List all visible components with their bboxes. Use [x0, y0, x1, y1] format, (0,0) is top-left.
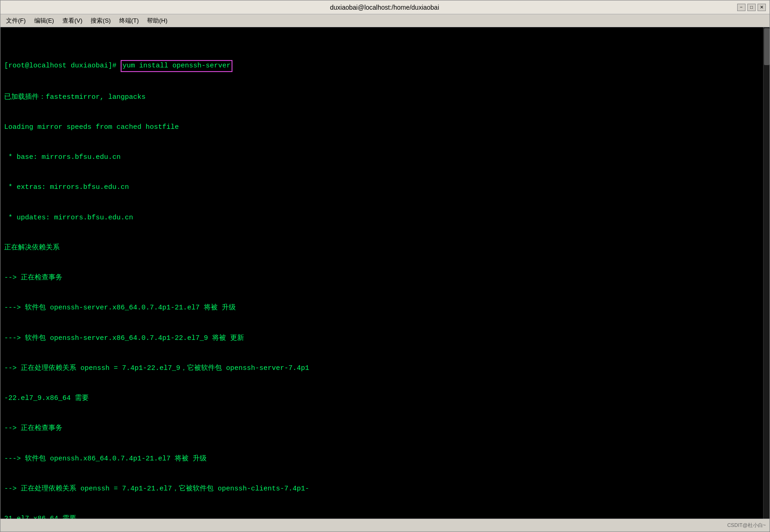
maximize-button[interactable]: □	[747, 4, 756, 11]
output-line-8: ---> 软件包 openssh-server.x86_64.0.7.4p1-2…	[4, 303, 766, 313]
scrollbar[interactable]	[763, 27, 770, 519]
output-line-5: * updates: mirrors.bfsu.edu.cn	[4, 213, 766, 223]
output-line-3: * base: mirrors.bfsu.edu.cn	[4, 152, 766, 163]
output-line-9: ---> 软件包 openssh-server.x86_64.0.7.4p1-2…	[4, 333, 766, 344]
title-bar: duxiaobai@localhost:/home/duxiaobai − □ …	[0, 0, 770, 14]
menu-help[interactable]: 帮助(H)	[143, 16, 171, 26]
watermark-text: CSDIT@杜小白~	[727, 522, 766, 529]
scrollbar-thumb[interactable]	[764, 28, 770, 65]
terminal-window: duxiaobai@localhost:/home/duxiaobai − □ …	[0, 0, 770, 532]
prompt: [root@localhost duxiaobai]#	[4, 61, 121, 71]
output-line-15: 21.el7.x86_64 需要	[4, 514, 766, 519]
window-controls: − □ ✕	[737, 4, 766, 11]
menu-view[interactable]: 查看(V)	[59, 16, 86, 26]
output-line-4: * extras: mirrors.bfsu.edu.cn	[4, 182, 766, 193]
output-line-6: 正在解决依赖关系	[4, 243, 766, 253]
menu-edit[interactable]: 编辑(E)	[31, 16, 58, 26]
menu-file[interactable]: 文件(F)	[2, 16, 30, 26]
menu-bar: 文件(F) 编辑(E) 查看(V) 搜索(S) 终端(T) 帮助(H)	[0, 14, 770, 27]
menu-terminal[interactable]: 终端(T)	[116, 16, 143, 26]
close-button[interactable]: ✕	[758, 4, 766, 11]
bottom-bar: CSDIT@杜小白~	[0, 519, 770, 532]
output-line-2: Loading mirror speeds from cached hostfi…	[4, 122, 766, 133]
output-line-13: ---> 软件包 openssh.x86_64.0.7.4p1-21.el7 将…	[4, 454, 766, 464]
output-line-11: -22.el7_9.x86_64 需要	[4, 393, 766, 404]
output-line-1: 已加载插件：fastestmirror, langpacks	[4, 92, 766, 103]
output-line-7: --> 正在检查事务	[4, 273, 766, 283]
output-line-12: --> 正在检查事务	[4, 423, 766, 434]
window-title: duxiaobai@localhost:/home/duxiaobai	[32, 4, 737, 11]
command-line: [root@localhost duxiaobai]# yum install …	[4, 60, 766, 72]
menu-search[interactable]: 搜索(S)	[87, 16, 114, 26]
command-text: yum install openssh-server	[121, 60, 232, 72]
output-line-14: --> 正在处理依赖关系 openssh = 7.4p1-21.el7，它被软件…	[4, 484, 766, 494]
output-line-10: --> 正在处理依赖关系 openssh = 7.4p1-22.el7_9，它被…	[4, 363, 766, 374]
minimize-button[interactable]: −	[737, 4, 746, 11]
terminal-output: [root@localhost duxiaobai]# yum install …	[4, 30, 766, 519]
terminal-area[interactable]: [root@localhost duxiaobai]# yum install …	[0, 27, 770, 519]
